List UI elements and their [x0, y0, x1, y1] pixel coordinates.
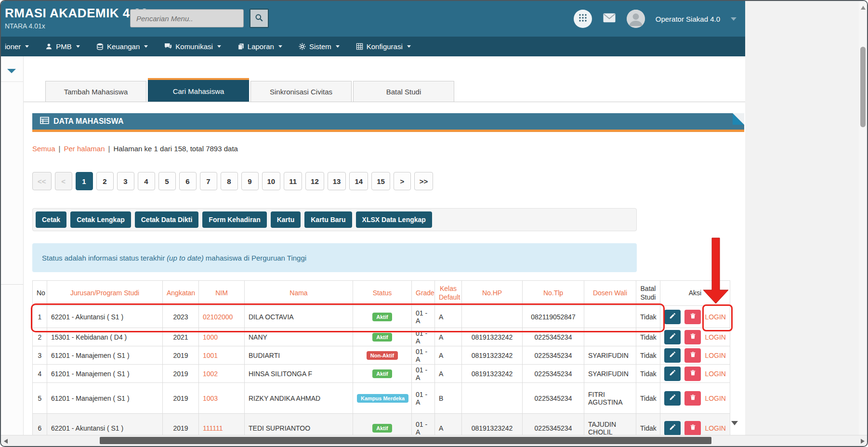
- delete-button[interactable]: [684, 348, 701, 363]
- aksi-cell: LOGIN: [660, 365, 730, 383]
- nim-cell: 1001: [199, 346, 245, 365]
- scroll-left-arrow-icon[interactable]: [4, 439, 8, 444]
- sidebar-divider: [1, 81, 23, 82]
- xlsx-data-lengkap-button[interactable]: XLSX Data Lengkap: [356, 211, 432, 228]
- kartu-button[interactable]: Kartu: [271, 211, 301, 228]
- cetak-lengkap-button[interactable]: Cetak Lengkap: [70, 211, 131, 228]
- link-per-halaman[interactable]: Per halaman: [64, 145, 105, 153]
- edit-button[interactable]: [664, 348, 681, 363]
- horizontal-scrollbar[interactable]: [1, 435, 867, 446]
- link-semua[interactable]: Semua: [32, 145, 55, 153]
- tab-sinkronisasi-civitas[interactable]: Sinkronisasi Civitas: [250, 81, 352, 102]
- page-button-15[interactable]: 15: [371, 172, 390, 190]
- page-button-[interactable]: >>: [414, 172, 434, 190]
- col-header-nim[interactable]: NIM: [199, 281, 245, 306]
- apps-grid-button[interactable]: [574, 10, 592, 28]
- nav-item-ioner[interactable]: ioner: [5, 42, 29, 51]
- nim-link[interactable]: 111111: [203, 424, 223, 432]
- nav-item-sistem[interactable]: Sistem: [299, 42, 340, 51]
- main-content: Tambah MahasiswaCari MahasiswaSinkronisa…: [24, 56, 745, 437]
- page-button-10[interactable]: 10: [262, 172, 281, 190]
- page-button-2[interactable]: 2: [96, 172, 114, 190]
- edit-button[interactable]: [664, 421, 681, 435]
- page-button-9[interactable]: 9: [241, 172, 259, 190]
- app-header: RMASI AKADEMIK 4.00 NTARA 4.01x: [1, 1, 745, 37]
- search-button[interactable]: [250, 9, 269, 28]
- nim-link[interactable]: 1001: [203, 352, 218, 359]
- login-link[interactable]: LOGIN: [705, 394, 726, 402]
- page-button-1[interactable]: 1: [76, 172, 93, 190]
- mail-button[interactable]: [603, 13, 616, 25]
- edit-button[interactable]: [664, 330, 681, 344]
- edit-button[interactable]: [664, 391, 681, 406]
- dosen-wali-cell: [584, 328, 636, 346]
- page-button-6[interactable]: 6: [179, 172, 197, 190]
- tab-tambah-mahasiswa[interactable]: Tambah Mahasiswa: [45, 81, 146, 102]
- col-header-dosen-wali[interactable]: Dosen Wali: [584, 281, 636, 306]
- col-header-nama[interactable]: Nama: [245, 281, 353, 306]
- no-tlp-cell: 0225345234: [523, 346, 584, 365]
- tab-cari-mahasiswa[interactable]: Cari Mahasiswa: [148, 78, 249, 102]
- grade-cell: 01 - A: [412, 346, 435, 365]
- page-button-12[interactable]: 12: [305, 172, 324, 190]
- vertical-scrollbar[interactable]: [859, 1, 867, 435]
- page-button-[interactable]: <<: [32, 172, 52, 190]
- kartu-baru-button[interactable]: Kartu Baru: [304, 211, 352, 228]
- nim-cell: 1000: [199, 328, 245, 346]
- col-header-no-tlp[interactable]: No.Tlp: [523, 281, 584, 306]
- page-button-8[interactable]: 8: [221, 172, 238, 190]
- page-button-13[interactable]: 13: [328, 172, 346, 190]
- user-name[interactable]: Operator Siakad 4.0: [656, 15, 720, 23]
- cetak-button[interactable]: Cetak: [36, 211, 66, 228]
- page-button-14[interactable]: 14: [349, 172, 368, 190]
- col-header-no-hp[interactable]: No.HP: [462, 281, 523, 306]
- nav-item-keuangan[interactable]: Keuangan: [96, 42, 148, 51]
- page-button-3[interactable]: 3: [117, 172, 134, 190]
- avatar[interactable]: [627, 10, 645, 28]
- nav-item-konfigurasi[interactable]: Konfigurasi: [356, 42, 411, 51]
- delete-button[interactable]: [684, 310, 701, 324]
- nim-link[interactable]: 02102000: [203, 313, 233, 321]
- login-link[interactable]: LOGIN: [705, 424, 726, 432]
- delete-button[interactable]: [684, 391, 701, 406]
- login-link[interactable]: LOGIN: [705, 333, 726, 341]
- nim-link[interactable]: 1003: [203, 394, 218, 402]
- horizontal-scroll-thumb[interactable]: [100, 437, 711, 444]
- login-link[interactable]: LOGIN: [705, 352, 726, 359]
- browser-window: RMASI AKADEMIK 4.00 NTARA 4.01x: [0, 0, 868, 447]
- nim-link[interactable]: 1002: [203, 370, 218, 378]
- delete-button[interactable]: [684, 421, 701, 435]
- col-header-kelas-default[interactable]: Kelas Default: [435, 281, 462, 306]
- delete-button[interactable]: [684, 330, 701, 344]
- edit-button[interactable]: [664, 367, 681, 381]
- page-button-[interactable]: >: [394, 172, 411, 190]
- sidebar-chevron-down-icon[interactable]: [7, 69, 16, 73]
- page-button-5[interactable]: 5: [158, 172, 176, 190]
- scroll-right-arrow-icon[interactable]: [861, 439, 865, 444]
- col-header-angkatan[interactable]: Angkatan: [163, 281, 199, 306]
- login-link[interactable]: LOGIN: [705, 370, 726, 378]
- cetak-data-dikti-button[interactable]: Cetak Data Dikti: [135, 211, 199, 228]
- page-button-[interactable]: <: [55, 172, 72, 190]
- page-button-4[interactable]: 4: [138, 172, 155, 190]
- menu-search-input[interactable]: [130, 9, 244, 27]
- edit-button[interactable]: [664, 310, 681, 324]
- pencil-icon: [669, 369, 676, 378]
- user-caret-down-icon[interactable]: [731, 17, 736, 21]
- page-button-7[interactable]: 7: [200, 172, 217, 190]
- nav-item-pmb[interactable]: PMB: [45, 42, 80, 51]
- vertical-scroll-thumb[interactable]: [860, 47, 866, 127]
- form-kehadiran-button[interactable]: Form Kehadiran: [202, 211, 266, 228]
- col-header-jurusan-program-studi[interactable]: Jurusan/Program Studi: [47, 281, 163, 306]
- delete-button[interactable]: [684, 367, 701, 381]
- page-button-11[interactable]: 11: [284, 172, 302, 190]
- login-link[interactable]: LOGIN: [705, 313, 726, 321]
- nav-item-komunikasi[interactable]: Komunikasi: [164, 42, 221, 51]
- col-header-status[interactable]: Status: [353, 281, 412, 306]
- nim-link[interactable]: 1000: [203, 333, 218, 341]
- col-header-grade[interactable]: Grade: [412, 281, 435, 306]
- dosen-wali-cell: FITRI AGUSTINA: [584, 383, 636, 414]
- nav-item-laporan[interactable]: Laporan: [237, 42, 282, 51]
- tab-batal-studi[interactable]: Batal Studi: [353, 81, 454, 102]
- scroll-up-arrow-icon[interactable]: [861, 6, 866, 10]
